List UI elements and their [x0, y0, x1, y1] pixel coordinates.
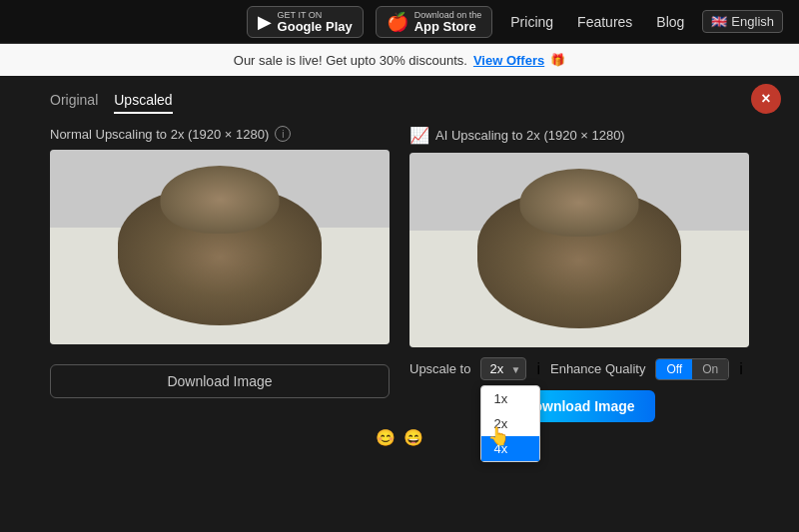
emoji-row: 😊 😄	[50, 428, 749, 447]
emoji-2: 😄	[403, 428, 423, 447]
right-image	[409, 153, 749, 347]
left-panel-title-text: Normal Upscaling to 2x (1920 × 1280)	[50, 127, 269, 142]
promo-banner: Our sale is live! Get upto 30% discounts…	[0, 44, 799, 76]
enhance-toggle-group: Off On	[655, 358, 729, 380]
google-play-big-text: Google Play	[278, 20, 353, 33]
upscale-info-icon[interactable]: i	[536, 360, 540, 378]
dropdown-item-4x[interactable]: 4x 👆	[481, 436, 539, 461]
toggle-off-button[interactable]: Off	[656, 359, 692, 379]
tab-upscaled[interactable]: Upscaled	[114, 92, 172, 114]
upscale-dropdown-menu: 1x 2x 4x 👆	[480, 385, 540, 462]
app-store-big-text: App Store	[414, 20, 482, 33]
language-label: English	[731, 14, 774, 29]
left-image	[50, 150, 390, 344]
left-panel: Normal Upscaling to 2x (1920 × 1280) i D…	[50, 126, 390, 422]
upscale-select-wrapper: 2x 4x ▼ 1x 2x 4x 👆	[480, 357, 526, 380]
features-link[interactable]: Features	[571, 14, 638, 30]
ai-upscale-icon: 📈	[409, 126, 429, 145]
left-panel-title: Normal Upscaling to 2x (1920 × 1280) i	[50, 126, 390, 142]
left-panel-bottom: Download Image	[50, 354, 390, 398]
promo-text: Our sale is live! Get upto 30% discounts…	[234, 53, 467, 68]
right-panel-title-text: AI Upscaling to 2x (1920 × 1280)	[435, 128, 625, 143]
google-play-icon: ▶	[258, 13, 272, 31]
navbar: ▶ GET IT ON Google Play 🍎 Download on th…	[0, 0, 799, 44]
upscale-to-label: Upscale to	[409, 361, 470, 376]
pricing-link[interactable]: Pricing	[504, 14, 559, 30]
controls-row: Upscale to 2x 4x ▼ 1x 2x 4x 👆	[409, 357, 749, 380]
apple-icon: 🍎	[387, 13, 408, 31]
main-content: × Original Upscaled Normal Upscaling to …	[0, 76, 799, 463]
right-panel: 📈 AI Upscaling to 2x (1920 × 1280) Upsca…	[409, 126, 749, 422]
dropdown-item-2x[interactable]: 2x	[481, 411, 539, 436]
promo-link[interactable]: View Offers	[473, 53, 544, 68]
left-download-button[interactable]: Download Image	[50, 364, 390, 398]
toggle-on-button[interactable]: On	[692, 359, 728, 379]
language-selector[interactable]: 🇬🇧 English	[702, 10, 783, 33]
enhance-quality-label: Enhance Quality	[550, 361, 645, 376]
enhance-info-icon[interactable]: i	[739, 360, 743, 378]
app-store-button[interactable]: 🍎 Download on the App Store	[376, 6, 493, 38]
emoji-1: 😊	[376, 428, 396, 447]
promo-icon: 🎁	[550, 53, 565, 67]
dropdown-item-1x[interactable]: 1x	[481, 386, 539, 411]
right-dog-image	[409, 153, 749, 347]
panels-container: Normal Upscaling to 2x (1920 × 1280) i D…	[50, 126, 749, 422]
left-panel-info-icon[interactable]: i	[275, 126, 291, 142]
google-play-button[interactable]: ▶ GET IT ON Google Play	[247, 6, 364, 38]
left-dog-image	[50, 150, 390, 344]
tabs-container: Original Upscaled	[50, 92, 749, 114]
tab-original[interactable]: Original	[50, 92, 98, 114]
right-panel-title: 📈 AI Upscaling to 2x (1920 × 1280)	[409, 126, 749, 145]
right-download-wrapper: Download Image	[409, 390, 749, 422]
upscale-select[interactable]: 2x 4x	[480, 357, 526, 380]
close-button[interactable]: ×	[751, 84, 781, 114]
flag-icon: 🇬🇧	[711, 14, 727, 29]
blog-link[interactable]: Blog	[650, 14, 690, 30]
